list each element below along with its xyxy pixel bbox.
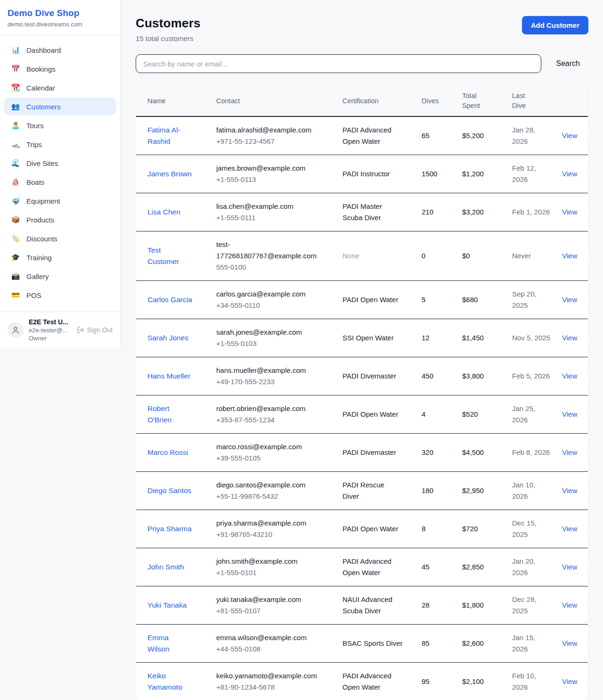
table-row: Sarah Jones sarah.jones@example.com +1-5… <box>136 319 588 357</box>
customer-dives: 0 <box>422 243 462 269</box>
customer-phone: 555-0100 <box>216 262 323 273</box>
sidebar-item-label: Trips <box>26 140 42 148</box>
customer-dives: 28 <box>422 592 462 618</box>
customer-name-link[interactable]: Fatima Al-Rashid <box>147 124 192 147</box>
customer-dives: 65 <box>422 123 462 149</box>
view-customer-link[interactable]: View <box>562 296 577 304</box>
column-header-certification: Certification <box>342 91 422 111</box>
search-input[interactable] <box>136 54 541 73</box>
people-icon: 👥 <box>11 102 20 111</box>
view-customer-link[interactable]: View <box>562 132 577 140</box>
view-customer-link[interactable]: View <box>562 486 577 494</box>
view-customer-link[interactable]: View <box>562 448 577 456</box>
customer-certification: NAUI Advanced Scuba Diver <box>342 594 403 617</box>
view-customer-link[interactable]: View <box>562 525 577 533</box>
person-icon <box>11 326 20 334</box>
customer-name-link[interactable]: Priya Sharma <box>147 523 192 535</box>
sidebar-item-training[interactable]: 🎓 Training <box>4 248 116 266</box>
view-customer-link[interactable]: View <box>562 563 577 571</box>
customer-count: 15 total customers <box>136 34 201 42</box>
sidebar-item-label: Products <box>26 216 54 224</box>
customer-dives: 210 <box>422 199 462 225</box>
sidebar-item-bookings[interactable]: 📅 Bookings <box>4 60 116 78</box>
customer-dives: 85 <box>422 630 462 657</box>
customer-total-spent: $0 <box>462 243 512 269</box>
customer-last-dive: Nov 5, 2025 <box>512 332 550 344</box>
wave-icon: 🌊 <box>11 159 20 167</box>
customer-last-dive: Never <box>512 250 531 262</box>
customer-email: hans.mueller@example.com <box>216 365 323 376</box>
page-title: Customers <box>136 16 201 31</box>
customer-dives: 45 <box>422 554 462 580</box>
table-row: Marco Rossi marco.rossi@example.com +39-… <box>136 434 588 472</box>
customer-last-dive: Dec 28, 2025 <box>512 594 551 617</box>
customer-name-link[interactable]: Diego Santos <box>147 485 191 496</box>
sidebar-item-products[interactable]: 📦 Products <box>4 211 116 229</box>
sidebar-item-dashboard[interactable]: 📊 Dashboard <box>4 41 116 59</box>
view-customer-link[interactable]: View <box>562 677 577 685</box>
customer-total-spent: $1,800 <box>462 592 512 618</box>
customer-certification: PADI Open Water <box>342 294 398 305</box>
customer-last-dive: Feb 12, 2026 <box>512 163 551 185</box>
view-customer-link[interactable]: View <box>562 639 577 647</box>
sign-out-label: Sign Out <box>87 326 113 334</box>
customer-name-link[interactable]: Emma Wilson <box>147 632 192 655</box>
search-button[interactable]: Search <box>541 59 588 68</box>
column-header-last-dive: Last Dive <box>512 86 562 116</box>
customer-email: priya.sharma@example.com <box>216 518 323 529</box>
customer-name-link[interactable]: Carlos Garcia <box>147 294 192 305</box>
customer-last-dive: Jan 10, 2026 <box>512 479 551 502</box>
main-content: Customers 15 total customers Add Custome… <box>121 0 603 700</box>
add-customer-button[interactable]: Add Customer <box>522 16 588 34</box>
customer-name-link[interactable]: Test Customer <box>147 245 192 267</box>
sidebar-item-gallery[interactable]: 📸 Gallery <box>4 267 116 285</box>
sidebar-item-pos[interactable]: 💳 POS <box>4 286 116 304</box>
customer-certification: PADI Rescue Diver <box>342 479 403 502</box>
customer-name-link[interactable]: Keiko Yamamoto <box>147 670 192 693</box>
view-customer-link[interactable]: View <box>562 334 577 342</box>
sidebar-item-boats[interactable]: ⛵ Boats <box>4 173 116 191</box>
user-role: Owner <box>29 335 68 342</box>
sidebar-item-discounts[interactable]: 🏷️ Discounts <box>4 230 116 247</box>
view-customer-link[interactable]: View <box>562 410 577 418</box>
customer-name-link[interactable]: Marco Rossi <box>147 447 188 458</box>
sidebar-item-equipment[interactable]: 🤿 Equipment <box>4 192 116 210</box>
customer-dives: 320 <box>422 439 462 466</box>
sidebar: Demo Dive Shop demo.test.divestreams.com… <box>0 0 121 348</box>
customer-certification: BSAC Sports Diver <box>342 638 403 649</box>
customer-name-link[interactable]: Yuki Tanaka <box>147 600 187 611</box>
customer-name-link[interactable]: James Brown <box>147 168 192 180</box>
sidebar-item-label: Gallery <box>26 272 49 280</box>
view-customer-link[interactable]: View <box>562 601 577 609</box>
customer-name-link[interactable]: Lisa Chen <box>147 206 180 218</box>
customer-phone: +34-555-0110 <box>216 300 323 311</box>
view-customer-link[interactable]: View <box>562 170 577 178</box>
customer-name-link[interactable]: Hans Mueller <box>147 371 190 382</box>
customer-last-dive: Feb 10, 2026 <box>512 670 551 693</box>
sidebar-item-customers[interactable]: 👥 Customers <box>4 98 116 115</box>
customer-email: lisa.chen@example.com <box>216 201 323 212</box>
customer-phone: +44-555-0108 <box>216 643 323 655</box>
table-row: Emma Wilson emma.wilson@example.com +44-… <box>136 625 588 663</box>
customer-phone: +353-87-555-1234 <box>216 414 323 426</box>
customers-table: Name Contact Certification Dives Total S… <box>136 85 588 700</box>
table-header-row: Name Contact Certification Dives Total S… <box>136 86 588 117</box>
customer-last-dive: Jan 28, 2026 <box>512 124 551 147</box>
graduation-cap-icon: 🎓 <box>11 253 20 262</box>
view-customer-link[interactable]: View <box>562 372 577 380</box>
customer-name-link[interactable]: Robert O'Brien <box>147 403 192 426</box>
column-header-total-spent: Total Spent <box>462 86 512 116</box>
sign-out-button[interactable]: Sign Out <box>77 326 113 334</box>
sidebar-item-dive-sites[interactable]: 🌊 Dive Sites <box>4 154 116 172</box>
view-customer-link[interactable]: View <box>562 208 577 216</box>
customer-last-dive: Jan 20, 2026 <box>512 556 551 578</box>
sidebar-item-tours[interactable]: 🏝️ Tours <box>4 116 116 134</box>
sidebar-item-trips[interactable]: 🛥️ Trips <box>4 135 116 153</box>
customer-name-link[interactable]: John Smith <box>147 561 184 573</box>
column-header-dives: Dives <box>422 91 462 111</box>
user-email: e2e-tester@... <box>29 327 68 334</box>
view-customer-link[interactable]: View <box>562 252 577 260</box>
sidebar-item-calendar[interactable]: 📆 Calendar <box>4 79 116 97</box>
customer-name-link[interactable]: Sarah Jones <box>147 332 188 344</box>
customer-dives: 4 <box>422 401 462 428</box>
